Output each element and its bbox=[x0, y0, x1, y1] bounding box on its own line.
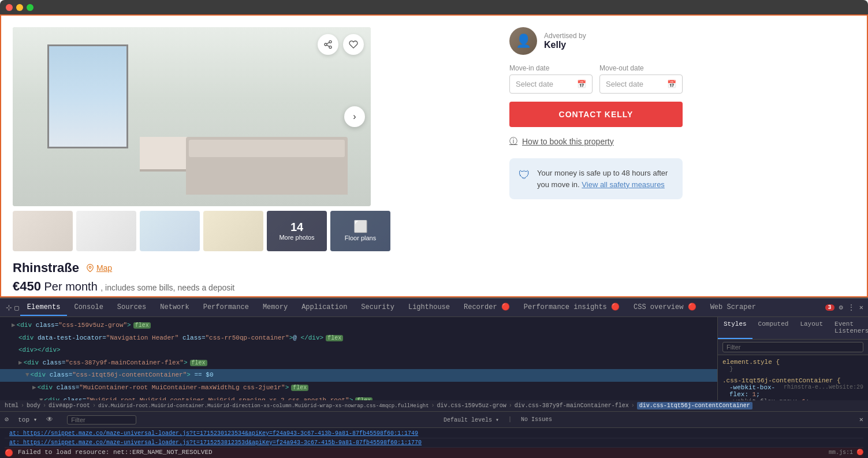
tab-network[interactable]: Network bbox=[153, 300, 196, 316]
move-out-input[interactable]: Select date 📅 bbox=[599, 75, 683, 94]
css-source: rhinstra-e...website:29 bbox=[784, 384, 863, 390]
breadcrumb-body[interactable]: body bbox=[27, 403, 40, 409]
advertiser-info: Advertised by Kelly bbox=[544, 32, 586, 50]
tab-sources[interactable]: Sources bbox=[110, 300, 153, 316]
advertiser-avatar: 👤 bbox=[509, 27, 537, 55]
how-to-book-text: How to book this property bbox=[522, 137, 614, 146]
room-bed bbox=[186, 137, 348, 195]
page-area: › 14 Mo bbox=[0, 14, 868, 297]
thumbnail-3[interactable] bbox=[140, 211, 200, 251]
element-line[interactable]: <div data-test-locator="Navigation Heade… bbox=[0, 332, 717, 345]
devtools-tabs: ⊹ ▢ Elements Console Sources Network Per… bbox=[0, 299, 868, 317]
breadcrumb-html[interactable]: html bbox=[5, 403, 18, 409]
map-link[interactable]: Map bbox=[86, 263, 112, 273]
console-section: ⊘ top ▾ 👁 Default levels ▾ | No Issues ✕… bbox=[0, 412, 868, 458]
element-line[interactable]: ▶<div class="css-159v5uz-grow">flex bbox=[0, 319, 717, 332]
vertical-dots-icon[interactable]: ⋮ bbox=[848, 303, 855, 312]
photo-actions bbox=[318, 34, 364, 55]
devtools-panel: ⊹ ▢ Elements Console Sources Network Per… bbox=[0, 297, 868, 458]
top-context-selector[interactable]: top ▾ bbox=[18, 416, 37, 423]
price-details: , includes some bills, needs a deposit bbox=[100, 283, 234, 292]
tab-application[interactable]: Application bbox=[295, 300, 354, 316]
devtools-elements-panel: ▶<div class="css-159v5uz-grow">flex <div… bbox=[0, 317, 718, 400]
thumbnail-4[interactable] bbox=[203, 211, 263, 251]
element-line[interactable]: ▶<div class="MuiContainer-root MuiContai… bbox=[0, 382, 717, 394]
breadcrumb-muigrid[interactable]: div.MuiGrid-root.MuiGrid-container.MuiGr… bbox=[98, 403, 429, 409]
styles-filter-bar bbox=[718, 340, 868, 355]
minimize-dot[interactable] bbox=[16, 4, 23, 11]
how-to-book-link[interactable]: ⓘ How to book this property bbox=[509, 136, 683, 147]
console-levels-selector[interactable]: Default levels ▾ bbox=[444, 416, 499, 423]
more-photos-overlay: 14 More photos bbox=[267, 211, 327, 251]
date-section: Move-in date Select date 📅 Move-out date… bbox=[509, 64, 683, 94]
styles-tab-styles[interactable]: Styles bbox=[718, 317, 752, 339]
room-window bbox=[47, 44, 128, 148]
advertiser-name: Kelly bbox=[544, 40, 586, 50]
element-line[interactable]: ▶<div class="css-387y9f-mainContainer-fl… bbox=[0, 357, 717, 370]
floor-plans-overlay: ⬜ Floor plans bbox=[330, 211, 390, 251]
tab-elements[interactable]: Elements bbox=[20, 300, 68, 316]
tab-lighthouse[interactable]: Lighthouse bbox=[401, 300, 457, 316]
share-button[interactable] bbox=[318, 34, 338, 55]
safety-link[interactable]: View all safety measures bbox=[582, 180, 665, 189]
tab-security[interactable]: Security bbox=[354, 300, 401, 316]
element-line-selected[interactable]: ▼<div class="css-1tqt56j-contentContaine… bbox=[0, 369, 717, 382]
settings-icon[interactable]: ⚙ bbox=[839, 303, 843, 312]
floor-plan-icon: ⬜ bbox=[353, 221, 368, 232]
move-in-input[interactable]: Select date 📅 bbox=[509, 75, 593, 94]
element-line[interactable]: ▼<div class="MuiGrid-root MuiGrid-contai… bbox=[0, 394, 717, 400]
styles-tab-layout[interactable]: Layout bbox=[794, 317, 829, 339]
devtools-cursor-icon[interactable]: ⊹ bbox=[5, 302, 13, 314]
console-tabs: ⊘ top ▾ 👁 Default levels ▾ | No Issues ✕ bbox=[0, 412, 868, 428]
element-line[interactable]: <div></div> bbox=[0, 344, 717, 357]
thumbnail-2[interactable] bbox=[76, 211, 136, 251]
tab-performance[interactable]: Performance bbox=[196, 300, 256, 316]
close-devtools-icon[interactable]: ✕ bbox=[859, 303, 863, 312]
listing-title: Rhinstraße bbox=[13, 260, 79, 275]
devtools-cursor-icon-2[interactable]: ⊘ bbox=[5, 415, 9, 424]
tab-webscraper[interactable]: Web Scraper bbox=[703, 300, 763, 316]
breadcrumb-grow[interactable]: div.css-159v5uz-grow bbox=[437, 403, 506, 409]
tab-recorder[interactable]: Recorder 🔴 bbox=[457, 299, 517, 316]
listing-content: › 14 Mo bbox=[1, 16, 694, 294]
maximize-dot[interactable] bbox=[27, 4, 33, 11]
console-link-2[interactable]: at: https://snippet.maze.co/maze-univers… bbox=[9, 440, 863, 446]
breadcrumb-main[interactable]: div.css-387y9f-mainContainer-flex bbox=[515, 403, 629, 409]
styles-filter-input[interactable] bbox=[722, 342, 863, 352]
styles-tab-event-listeners[interactable]: Event Listeners bbox=[829, 317, 868, 339]
breadcrumb-app-root[interactable]: div#app-root bbox=[49, 403, 90, 409]
devtools-body: ▶<div class="css-159v5uz-grow">flex <div… bbox=[0, 317, 868, 400]
title-row: Rhinstraße Map bbox=[13, 260, 498, 275]
more-photos-count: 14 bbox=[290, 221, 303, 233]
next-photo-button[interactable]: › bbox=[344, 106, 365, 127]
listing-price: €450 Per month , includes some bills, ne… bbox=[13, 279, 498, 294]
move-in-placeholder: Select date bbox=[516, 80, 553, 88]
browser-chrome bbox=[0, 0, 868, 14]
tab-memory[interactable]: Memory bbox=[256, 300, 295, 316]
thumbnail-1[interactable] bbox=[13, 211, 73, 251]
console-filter-input[interactable] bbox=[67, 415, 136, 425]
no-issues-label: No Issues bbox=[521, 416, 552, 423]
devtools-styles-panel: Styles Computed Layout Event Listeners :… bbox=[718, 317, 868, 400]
eye-icon[interactable]: 👁 bbox=[46, 415, 53, 424]
error-text: Failed to load resource: net::ERR_NAME_N… bbox=[18, 449, 824, 456]
devtools-inspect-icon[interactable]: ▢ bbox=[13, 302, 20, 314]
tab-perf-insights[interactable]: Performance insights 🔴 bbox=[517, 299, 627, 316]
calendar-icon-move-out: 📅 bbox=[667, 80, 676, 88]
tab-css-overview[interactable]: CSS overview 🔴 bbox=[627, 299, 703, 316]
price-amount: €450 bbox=[13, 279, 41, 293]
tab-console[interactable]: Console bbox=[67, 300, 110, 316]
svg-line-4 bbox=[327, 42, 330, 44]
console-link-1[interactable]: at: https://snippet.maze.co/maze-univers… bbox=[9, 430, 863, 437]
contact-button[interactable]: CONTACT KELLY bbox=[509, 102, 683, 127]
price-unit: Per month bbox=[44, 280, 98, 293]
breadcrumb-content-container[interactable]: div.css-1tqt56j-contentContainer bbox=[637, 402, 752, 409]
close-console-icon[interactable]: ✕ bbox=[859, 415, 863, 424]
error-source[interactable]: mm.js:1 🔴 bbox=[829, 449, 863, 456]
styles-tab-computed[interactable]: Computed bbox=[752, 317, 795, 339]
favorite-button[interactable] bbox=[343, 34, 364, 55]
more-photos-button[interactable]: 14 More photos bbox=[267, 211, 327, 251]
floor-plans-button[interactable]: ⬜ Floor plans bbox=[330, 211, 390, 251]
close-dot[interactable] bbox=[6, 4, 13, 11]
shield-icon: 🛡 bbox=[519, 169, 530, 182]
